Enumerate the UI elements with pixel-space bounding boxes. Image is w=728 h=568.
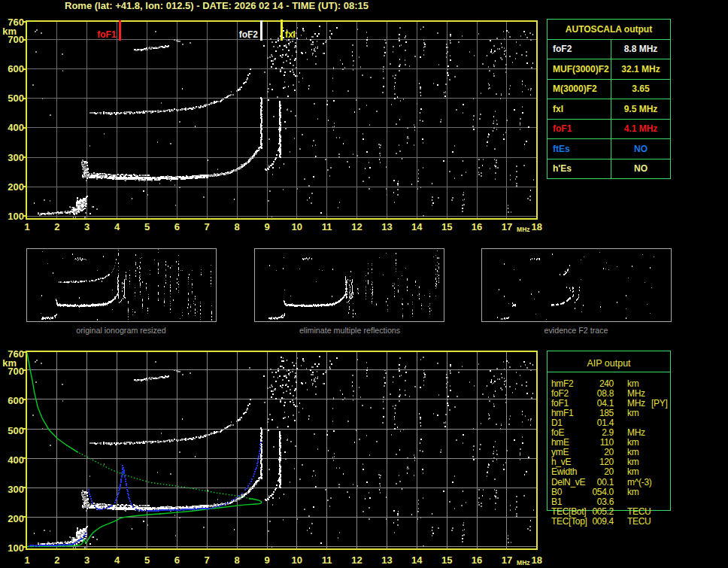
svg-text:18: 18 <box>532 221 542 232</box>
svg-text:6: 6 <box>174 554 180 566</box>
svg-text:200: 200 <box>8 513 24 524</box>
svg-text:8: 8 <box>234 554 239 566</box>
svg-text:13: 13 <box>381 554 392 566</box>
svg-text:MHz: MHz <box>517 559 529 566</box>
svg-text:17: 17 <box>502 221 512 232</box>
svg-text:15: 15 <box>441 221 452 232</box>
svg-text:500: 500 <box>8 93 24 104</box>
svg-text:fxI: fxI <box>285 29 296 40</box>
svg-text:16: 16 <box>472 554 482 566</box>
svg-text:9: 9 <box>264 554 269 566</box>
svg-text:13: 13 <box>381 221 392 232</box>
svg-text:9: 9 <box>264 221 269 232</box>
svg-text:11: 11 <box>322 554 332 566</box>
svg-text:7: 7 <box>205 221 210 232</box>
svg-text:12: 12 <box>351 554 362 566</box>
svg-text:10: 10 <box>292 221 302 232</box>
svg-text:8: 8 <box>234 221 239 232</box>
svg-text:1: 1 <box>24 221 29 232</box>
svg-text:5: 5 <box>144 221 150 232</box>
svg-text:4: 4 <box>114 554 120 566</box>
svg-text:2: 2 <box>54 221 59 232</box>
svg-text:400: 400 <box>8 122 24 133</box>
svg-text:6: 6 <box>174 221 180 232</box>
svg-text:200: 200 <box>8 181 24 193</box>
svg-text:18: 18 <box>532 554 542 566</box>
svg-text:2: 2 <box>54 554 59 566</box>
svg-text:100: 100 <box>8 542 24 554</box>
svg-text:7: 7 <box>205 554 210 566</box>
svg-text:foF2: foF2 <box>239 29 259 40</box>
svg-text:12: 12 <box>351 221 362 232</box>
svg-text:foF1: foF1 <box>97 29 117 40</box>
svg-text:3: 3 <box>84 221 89 232</box>
svg-text:500: 500 <box>8 425 24 436</box>
svg-text:4: 4 <box>114 221 120 232</box>
svg-text:10: 10 <box>292 554 302 566</box>
svg-text:3: 3 <box>84 554 89 566</box>
svg-text:15: 15 <box>441 554 452 566</box>
svg-text:14: 14 <box>411 221 423 232</box>
svg-text:1: 1 <box>24 554 29 566</box>
svg-text:300: 300 <box>8 484 24 495</box>
svg-text:17: 17 <box>502 554 512 566</box>
svg-text:14: 14 <box>411 554 423 566</box>
svg-text:11: 11 <box>322 221 332 232</box>
svg-text:600: 600 <box>8 395 24 406</box>
svg-text:100: 100 <box>8 211 24 222</box>
svg-text:km: km <box>2 26 17 37</box>
svg-text:300: 300 <box>8 152 24 163</box>
svg-text:600: 600 <box>8 63 24 74</box>
svg-text:16: 16 <box>472 221 482 232</box>
svg-text:400: 400 <box>8 454 24 466</box>
svg-text:km: km <box>2 357 17 369</box>
svg-text:MHz: MHz <box>517 226 529 233</box>
svg-text:5: 5 <box>144 554 150 566</box>
